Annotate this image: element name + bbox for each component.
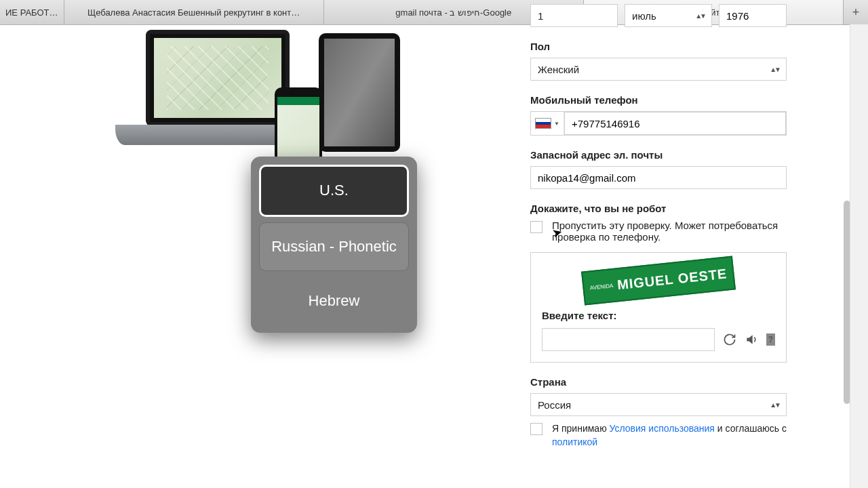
tab-1-label: Щебалева Анастасия Бешенный рекрутинг в … bbox=[87, 7, 300, 18]
promo-area: U.S. Russian - Phonetic Hebrew bbox=[0, 24, 515, 488]
privacy-link[interactable]: политикой bbox=[552, 436, 597, 447]
birthday-day-select[interactable]: 1 bbox=[530, 4, 618, 27]
skip-verification-checkbox[interactable] bbox=[530, 221, 542, 233]
phone-input[interactable] bbox=[564, 112, 786, 135]
new-tab-button[interactable]: + bbox=[844, 0, 868, 24]
phone-label: Мобильный телефон bbox=[530, 94, 787, 106]
chevron-down-icon: ▲▼ bbox=[695, 12, 705, 20]
tab-1[interactable]: Щебалева Анастасия Бешенный рекрутинг в … bbox=[64, 0, 324, 24]
captcha-input[interactable] bbox=[542, 328, 715, 351]
birthday-year-input[interactable] bbox=[719, 4, 787, 27]
input-source-hebrew[interactable]: Hebrew bbox=[259, 277, 409, 325]
country-select[interactable]: Россия ▲▼ bbox=[530, 393, 787, 416]
devices-illustration bbox=[129, 30, 400, 165]
audio-icon[interactable] bbox=[745, 333, 758, 346]
captcha-image-small-text: AVENIDA bbox=[589, 283, 613, 291]
tab-2-label: gmail почта - חיפוש ב-Google bbox=[395, 7, 511, 18]
birthday-month-select[interactable]: июль ▲▼ bbox=[625, 4, 712, 27]
chevron-down-icon: ▼ bbox=[554, 121, 559, 127]
phone-field: ▼ bbox=[530, 111, 787, 136]
country-label: Страна bbox=[530, 376, 787, 388]
plus-icon: + bbox=[852, 5, 860, 20]
country-code-select[interactable]: ▼ bbox=[531, 112, 564, 135]
birthday-day-value: 1 bbox=[538, 10, 543, 22]
help-icon[interactable]: ? bbox=[766, 333, 775, 346]
flag-russia-icon bbox=[535, 118, 551, 129]
tab-0-label: ИЕ РАБОТ… bbox=[5, 7, 58, 18]
captcha-heading: Докажите, что вы не робот bbox=[530, 203, 787, 214]
skip-verification-row: Пропустить эту проверку. Может потребова… bbox=[530, 220, 787, 243]
gender-value: Женский bbox=[538, 64, 579, 75]
input-source-russian-phonetic[interactable]: Russian - Phonetic bbox=[259, 222, 409, 272]
tos-link[interactable]: Условия использования bbox=[610, 423, 715, 434]
input-source-us[interactable]: U.S. bbox=[259, 165, 409, 217]
browser-side-strip bbox=[850, 24, 868, 488]
tablet-graphic bbox=[319, 33, 400, 152]
skip-verification-text: Пропустить эту проверку. Может потребова… bbox=[552, 220, 787, 243]
chevron-down-icon: ▲▼ bbox=[770, 66, 779, 73]
gender-label: Пол bbox=[530, 41, 787, 52]
gender-select[interactable]: Женский ▲▼ bbox=[530, 58, 787, 81]
birthday-row: 1 июль ▲▼ bbox=[530, 4, 787, 27]
birthday-month-value: июль bbox=[632, 10, 656, 22]
chevron-down-icon: ▲▼ bbox=[770, 401, 779, 409]
tab-0[interactable]: ИЕ РАБОТ… bbox=[0, 0, 64, 24]
tos-row: Я принимаю Условия использования и согла… bbox=[530, 422, 787, 449]
refresh-icon[interactable] bbox=[723, 333, 736, 346]
tos-text: Я принимаю Условия использования и согла… bbox=[552, 422, 787, 449]
input-source-popover: U.S. Russian - Phonetic Hebrew bbox=[251, 157, 417, 333]
captcha-image-text: MIGUEL OESTE bbox=[616, 266, 728, 293]
captcha-input-label: Введите текст: bbox=[542, 310, 775, 321]
laptop-graphic bbox=[129, 30, 298, 145]
tos-checkbox[interactable] bbox=[530, 423, 542, 435]
backup-email-input[interactable] bbox=[530, 166, 787, 189]
page-content: U.S. Russian - Phonetic Hebrew 1 июль ▲▼… bbox=[0, 24, 868, 488]
scrollbar-track bbox=[841, 24, 850, 488]
captcha-box: AVENIDA MIGUEL OESTE Введите текст: ? bbox=[530, 252, 787, 363]
backup-email-label: Запасной адрес эл. почты bbox=[530, 149, 787, 161]
country-value: Россия bbox=[538, 399, 571, 411]
signup-form: 1 июль ▲▼ Пол Женский ▲▼ Мобильный телеф… bbox=[515, 24, 807, 488]
captcha-image: AVENIDA MIGUEL OESTE bbox=[581, 256, 736, 305]
